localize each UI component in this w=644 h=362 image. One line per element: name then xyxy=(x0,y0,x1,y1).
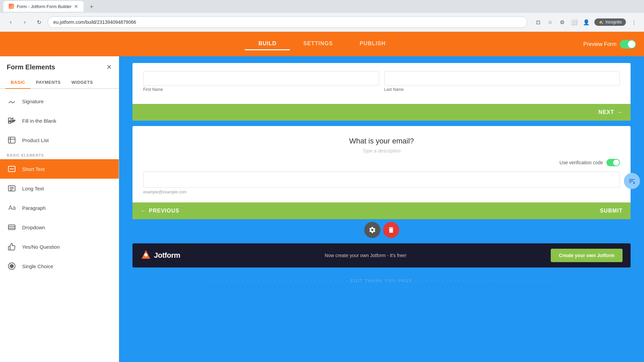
verification-label: Use verification code xyxy=(559,160,603,165)
address-bar[interactable]: eu.jotform.com/build/231394094879066 xyxy=(48,16,527,28)
header-tabs: BUILD SETTINGS PUBLISH xyxy=(245,38,399,50)
sidebar-item-long-text[interactable]: Long Text xyxy=(0,179,119,198)
sidebar-items: Signature Ab gh Fill in the Blank xyxy=(0,89,119,279)
tab-close-icon[interactable]: ✕ xyxy=(74,4,78,9)
last-name-label: Last Name xyxy=(384,87,620,92)
first-name-input[interactable] xyxy=(143,71,379,86)
sidebar-item-signature[interactable]: Signature xyxy=(0,92,119,111)
tab-settings[interactable]: SETTINGS xyxy=(290,38,346,50)
svg-rect-14 xyxy=(8,225,15,230)
profile-icon[interactable]: 👤 xyxy=(582,17,591,27)
sidebar-item-paragraph-label: Paragraph xyxy=(22,205,46,211)
dots-right: - - - - - - - - - - - - - - - - - - - - … xyxy=(415,278,557,283)
settings-button[interactable] xyxy=(364,222,380,238)
sidebar-item-fill-blank[interactable]: Ab gh Fill in the Blank xyxy=(0,111,119,130)
sidebar-item-yes-no[interactable]: Yes/No Question xyxy=(0,237,119,256)
main-content: Form Elements ✕ BASIC PAYMENTS WIDGETS S… xyxy=(0,56,644,362)
short-text-icon xyxy=(7,164,17,174)
jotform-banner: Jotform Now create your own Jotform - It… xyxy=(132,243,631,267)
fill-blank-icon: Ab gh xyxy=(7,116,17,126)
delete-button[interactable] xyxy=(383,222,399,238)
sidebar-item-dropdown-label: Dropdown xyxy=(22,225,45,230)
svg-text:Ab gh: Ab gh xyxy=(9,120,14,122)
card-actions xyxy=(132,222,631,238)
email-question: What is your email? xyxy=(143,137,620,145)
svg-point-20 xyxy=(144,253,148,257)
bookmark-icon[interactable]: ☆ xyxy=(545,17,555,27)
app-header: BUILD SETTINGS PUBLISH Preview Form xyxy=(0,32,644,56)
submit-button[interactable]: SUBMIT xyxy=(600,208,623,214)
sidebar-item-single-choice[interactable]: Single Choice xyxy=(0,256,119,276)
sidebar: Form Elements ✕ BASIC PAYMENTS WIDGETS S… xyxy=(0,56,119,362)
sidebar-item-short-text[interactable]: Short Text xyxy=(0,159,119,179)
prev-label: PREVIOUS xyxy=(149,208,179,214)
extension-icon[interactable]: ⚙ xyxy=(557,17,567,27)
sidebar-tab-basic[interactable]: BASIC xyxy=(5,76,31,89)
jotform-logo: Jotform xyxy=(141,249,180,262)
sidebar-item-dropdown[interactable]: Dropdown xyxy=(0,218,119,237)
first-name-label: First Name xyxy=(143,87,379,92)
last-name-field: Last Name xyxy=(384,71,620,92)
incognito-icon: 🕵 xyxy=(598,20,603,24)
verification-toggle[interactable] xyxy=(606,159,620,166)
last-name-input[interactable] xyxy=(384,71,620,86)
sidebar-close-icon[interactable]: ✕ xyxy=(106,63,112,71)
toggle-knob xyxy=(628,41,635,48)
sidebar-item-single-choice-label: Single Choice xyxy=(22,263,53,269)
email-form-card: What is your email? Type a description U… xyxy=(132,126,631,219)
previous-button[interactable]: ← PREVIOUS xyxy=(141,208,179,214)
svg-rect-1 xyxy=(12,118,13,119)
svg-text:Aa: Aa xyxy=(8,204,16,211)
jotform-cta-text: Now create your own Jotform - It's free! xyxy=(187,253,544,258)
verification-row: Use verification code xyxy=(143,159,620,166)
yes-no-icon xyxy=(7,242,17,252)
edit-thank-you-label: EDIT THANK YOU PAGE xyxy=(351,278,413,283)
sidebar-item-short-text-label: Short Text xyxy=(22,166,45,172)
sidebar-tab-widgets[interactable]: WIDGETS xyxy=(66,76,98,89)
jotform-logo-icon xyxy=(141,249,151,262)
verification-toggle-knob xyxy=(613,160,619,166)
email-input[interactable] xyxy=(143,172,620,188)
sidebar-item-product-list[interactable]: Product List xyxy=(0,130,119,150)
preview-form-button[interactable]: Preview Form xyxy=(583,40,636,49)
next-button[interactable]: NEXT → xyxy=(598,109,623,115)
forward-button[interactable]: › xyxy=(19,17,30,27)
email-form-body: What is your email? Type a description U… xyxy=(132,126,631,202)
email-form-footer: ← PREVIOUS SUBMIT xyxy=(132,202,631,219)
edit-thank-you[interactable]: - - - - - - - - - - - - - - - - - - - - … xyxy=(132,273,631,289)
email-description: Type a description xyxy=(143,148,620,154)
form-canvas: First Name Last Name NEXT → xyxy=(119,56,644,362)
name-fields: First Name Last Name xyxy=(143,71,620,92)
preview-toggle[interactable] xyxy=(620,40,636,49)
sidebar-item-yes-no-label: Yes/No Question xyxy=(22,244,60,250)
sidebar-tab-payments[interactable]: PAYMENTS xyxy=(31,76,66,89)
email-placeholder: example@example.com xyxy=(143,190,620,194)
single-choice-icon xyxy=(7,261,17,271)
next-label: NEXT xyxy=(598,109,614,115)
incognito-badge: 🕵 Incognito xyxy=(594,18,626,26)
tab-publish[interactable]: PUBLISH xyxy=(346,38,399,50)
right-panel-handle[interactable] xyxy=(624,173,640,189)
tab-build[interactable]: BUILD xyxy=(245,38,290,50)
signature-icon xyxy=(7,96,17,106)
window-icon[interactable]: ⬜ xyxy=(570,17,579,27)
jotform-cta-button[interactable]: Create your own Jotform xyxy=(551,249,623,262)
cast-icon[interactable]: ⊡ xyxy=(533,17,543,27)
svg-point-18 xyxy=(10,264,13,268)
app-container: BUILD SETTINGS PUBLISH Preview Form Form… xyxy=(0,32,644,362)
reload-button[interactable]: ↻ xyxy=(34,17,44,27)
sidebar-item-signature-label: Signature xyxy=(22,99,44,104)
dots-left: - - - - - - - - - - - - - - - - - - - - … xyxy=(206,278,348,283)
back-button[interactable]: ‹ xyxy=(5,17,16,27)
menu-icon[interactable]: ⋮ xyxy=(629,17,639,27)
paragraph-icon: Aa xyxy=(7,203,17,213)
dropdown-icon xyxy=(7,222,17,232)
tab-title: Form - Jotform Form Builder xyxy=(17,4,71,9)
browser-chrome: Form - Jotform Form Builder ✕ ＋ ‹ › ↻ eu… xyxy=(0,0,644,32)
incognito-label: Incognito xyxy=(605,20,622,24)
name-form-footer: NEXT → xyxy=(132,104,631,121)
new-tab-button[interactable]: ＋ xyxy=(87,2,96,11)
prev-arrow-icon: ← xyxy=(141,208,146,214)
sidebar-item-paragraph[interactable]: Aa Paragraph xyxy=(0,198,119,218)
browser-tab[interactable]: Form - Jotform Form Builder ✕ xyxy=(3,1,84,12)
